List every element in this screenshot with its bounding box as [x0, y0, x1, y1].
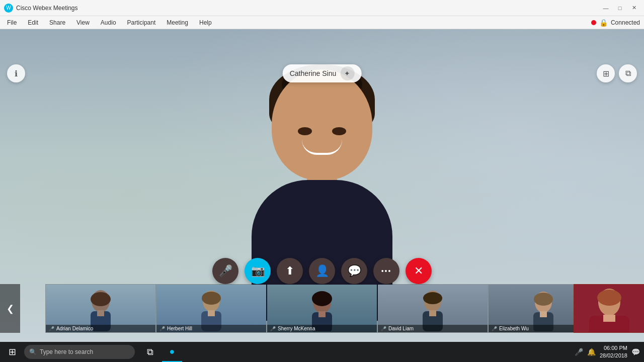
- thumbnail-5-person: [523, 286, 564, 331]
- thumbnail-2-person: [191, 286, 231, 331]
- star-button[interactable]: ✦: [340, 66, 354, 80]
- window-controls: — □ ✕: [600, 2, 640, 14]
- thumbnails-container: 🎤 Adrian Delamico 🎤 Herbert Hill: [45, 284, 599, 333]
- search-icon: 🔍: [29, 348, 37, 355]
- end-icon: ✕: [414, 264, 423, 278]
- webex-taskbar-button[interactable]: ●: [162, 342, 182, 362]
- mic-status-1: 🎤: [49, 326, 54, 331]
- taskbar-time: 06:00 PM 28/02/2018: [600, 344, 627, 360]
- svg-rect-15: [429, 310, 436, 316]
- self-view: [574, 284, 644, 333]
- thumbnail-4[interactable]: 🎤 David Liam: [377, 284, 488, 333]
- end-call-button[interactable]: ✕: [406, 258, 432, 284]
- task-view-icon: ⧉: [147, 347, 153, 357]
- pip-button[interactable]: ⧉: [619, 64, 637, 82]
- video-icon: 📷: [251, 264, 265, 278]
- thumbnail-strip: ❮ 🎤 Adrian Delamico: [0, 284, 644, 333]
- notification-center-icon[interactable]: 💬: [631, 348, 640, 356]
- webex-taskbar-icon: ●: [170, 346, 175, 357]
- person-head: [272, 69, 372, 180]
- info-button[interactable]: ℹ: [7, 64, 25, 82]
- speaker-name: Catherine Sinu: [290, 69, 337, 77]
- info-icon: ℹ: [15, 69, 18, 78]
- task-view-button[interactable]: ⧉: [140, 342, 160, 362]
- time-display: 06:00 PM: [600, 344, 627, 352]
- thumbnail-3[interactable]: 🎤 Sherry McKenna: [267, 284, 377, 333]
- mic-tray-icon: 🎤: [575, 348, 583, 356]
- main-video: ℹ Catherine Sinu ✦ ⊞ ⧉ 🎤 📷 ⬆ 👤 💬: [0, 29, 644, 362]
- svg-rect-3: [97, 310, 104, 316]
- app-icon: W: [4, 4, 13, 13]
- more-icon: •••: [381, 267, 392, 275]
- eye-left: [298, 127, 312, 135]
- connected-label: Connected: [611, 19, 640, 26]
- taskbar-search[interactable]: 🔍 Type here to search: [24, 345, 135, 359]
- smile: [302, 140, 342, 155]
- maximize-button[interactable]: □: [614, 2, 626, 14]
- svg-rect-11: [318, 311, 326, 317]
- control-bar: 🎤 📷 ⬆ 👤 💬 ••• ✕: [212, 258, 432, 284]
- video-button[interactable]: 📷: [245, 258, 271, 284]
- menu-participant[interactable]: Participant: [122, 18, 161, 27]
- speaker-badge: Catherine Sinu ✦: [283, 64, 362, 82]
- mic-status-2: 🎤: [159, 326, 165, 331]
- participants-button[interactable]: 👤: [309, 258, 335, 284]
- name-label-1: Adrian Delamico: [56, 326, 93, 331]
- status-bar: 🔒 Connected: [591, 16, 640, 29]
- svg-rect-19: [540, 311, 547, 317]
- menu-bar: File Edit Share View Audio Participant M…: [0, 16, 644, 29]
- star-icon: ✦: [344, 69, 350, 77]
- menu-meeting[interactable]: Meeting: [162, 18, 193, 27]
- thumbnail-2[interactable]: 🎤 Herbert Hill: [156, 284, 267, 333]
- prev-thumbnail-button[interactable]: ❮: [0, 284, 20, 333]
- minimize-button[interactable]: —: [600, 2, 612, 14]
- layout-icon: ⊞: [603, 69, 609, 78]
- svg-rect-7: [208, 310, 215, 316]
- menu-audio[interactable]: Audio: [96, 18, 121, 27]
- taskbar: ⊞ 🔍 Type here to search ⧉ ● 🎤 🔔 06:00 PM…: [0, 342, 644, 362]
- chat-icon: 💬: [348, 264, 361, 278]
- menu-edit[interactable]: Edit: [23, 18, 43, 27]
- start-button[interactable]: ⊞: [0, 342, 24, 362]
- menu-share[interactable]: Share: [44, 18, 70, 27]
- thumbnail-4-person: [413, 286, 453, 331]
- name-label-3: Sherry McKenna: [278, 326, 315, 331]
- name-label-4: David Liam: [388, 326, 414, 331]
- top-right-controls: ⊞ ⧉: [597, 64, 637, 82]
- thumbnail-3-name: 🎤 Sherry McKenna: [267, 325, 377, 332]
- svg-point-5: [202, 292, 221, 305]
- title-bar: W Cisco Webex Meetings — □ ✕: [0, 0, 644, 16]
- app-title: Cisco Webex Meetings: [16, 5, 600, 12]
- layout-button[interactable]: ⊞: [597, 64, 615, 82]
- share-button[interactable]: ⬆: [277, 258, 303, 284]
- svg-point-17: [534, 293, 553, 306]
- thumbnail-4-name: 🎤 David Liam: [378, 325, 488, 332]
- thumbnail-1[interactable]: 🎤 Adrian Delamico: [45, 284, 156, 333]
- menu-help[interactable]: Help: [194, 18, 217, 27]
- status-dot: [591, 20, 596, 25]
- svg-point-22: [597, 290, 621, 306]
- menu-view[interactable]: View: [71, 18, 95, 27]
- taskbar-center: ⧉ ●: [140, 342, 182, 362]
- mic-status-4: 🎤: [381, 326, 386, 331]
- mute-button[interactable]: 🎤: [212, 258, 238, 284]
- thumbnail-1-person: [80, 286, 121, 331]
- eye-right: [332, 127, 346, 135]
- search-placeholder: Type here to search: [40, 348, 93, 355]
- share-icon: ⬆: [285, 264, 294, 278]
- name-label-5: Elizabeth Wu: [499, 326, 529, 331]
- pip-icon: ⧉: [625, 69, 631, 78]
- windows-icon: ⊞: [9, 346, 16, 357]
- thumbnail-1-name: 🎤 Adrian Delamico: [46, 325, 155, 332]
- name-label-2: Herbert Hill: [167, 326, 192, 331]
- menu-file[interactable]: File: [2, 18, 22, 27]
- thumbnail-2-name: 🎤 Herbert Hill: [156, 325, 266, 332]
- date-display: 28/02/2018: [600, 352, 627, 359]
- chat-button[interactable]: 💬: [341, 258, 367, 284]
- svg-point-1: [91, 292, 111, 306]
- lock-icon: 🔒: [599, 19, 608, 27]
- more-button[interactable]: •••: [373, 258, 399, 284]
- close-button[interactable]: ✕: [628, 2, 640, 14]
- taskbar-right: 🎤 🔔 06:00 PM 28/02/2018 💬: [575, 344, 644, 360]
- svg-rect-24: [603, 315, 615, 322]
